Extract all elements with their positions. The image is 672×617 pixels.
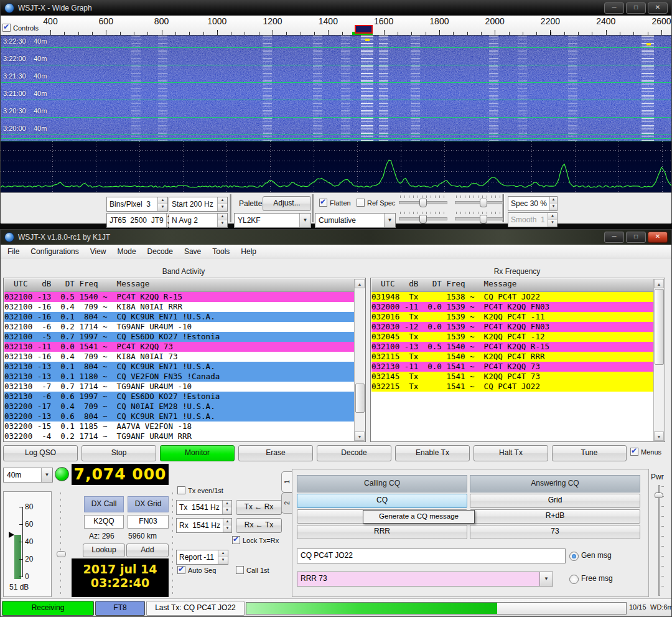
gen-msg-field[interactable]: CQ PC4T JO22 (297, 549, 566, 563)
smooth-spinner[interactable]: Smooth 1▲▼ (508, 212, 558, 227)
monitor-button[interactable]: Monitor (160, 445, 235, 461)
tab-2[interactable]: 2 (281, 492, 292, 514)
decode-row[interactable]: 032130 -7 0.7 1714 ~ TG9ANF UR4UM -10 (4, 382, 355, 392)
minimize-icon[interactable]: ─ (604, 232, 624, 243)
menu-configurations[interactable]: Configurations (25, 245, 84, 258)
decode-row[interactable]: 032100 -16 0.4 709 ~ KI8A N0IAI RRR (4, 302, 355, 312)
rrr-button[interactable]: RRR (297, 525, 467, 539)
flatten-checkbox[interactable]: Flatten (319, 199, 351, 207)
splitter-handle[interactable] (57, 551, 66, 557)
adjust-button[interactable]: Adjust... (263, 196, 311, 211)
display-mode-select[interactable]: Cumulative▼ (315, 213, 396, 228)
band-activity-scrollbar[interactable]: ▲ ▼ (354, 279, 365, 441)
decode-row[interactable]: 032145 Tx 1541 ~ K2QQ PC4T 73 (371, 372, 654, 382)
palette-select[interactable]: YL2KF▼ (234, 213, 311, 228)
menu-help[interactable]: Help (235, 245, 262, 258)
maximize-icon[interactable]: □ (626, 232, 646, 243)
splitter[interactable] (60, 492, 61, 596)
decode-row[interactable]: 032200 -17 0.4 709 ~ CQ N0IAI EM28 !U.S.… (4, 402, 355, 412)
tx-from-rx-button[interactable]: Tx ← Rx (236, 500, 282, 515)
free-msg-combo[interactable]: RRR 73 (297, 572, 546, 586)
pwr-slider[interactable] (654, 485, 664, 596)
waterfall-display[interactable]: 3:22:30 40m3:22:00 40m3:21:30 40m3:21:00… (1, 35, 671, 141)
pwr-slider-handle[interactable] (655, 492, 663, 498)
grid-button[interactable]: Grid (470, 494, 640, 508)
menu-view[interactable]: View (85, 245, 112, 258)
controls-checkbox[interactable]: Controls (2, 24, 39, 32)
decode-row[interactable]: 032000 -11 0.0 1539 ~ PC4T K2QQ FN03 (371, 302, 654, 312)
decode-row[interactable]: 032200 -4 0.2 1714 ~ TG9ANF UR4UM RRR (4, 431, 355, 441)
gen-msg-radio[interactable] (569, 552, 579, 561)
decode-row[interactable]: 032130 -16 0.4 709 ~ KI8A N0IAI 73 (4, 352, 355, 362)
tune-button[interactable]: Tune (552, 445, 627, 461)
decode-row[interactable]: 032100 -16 0.1 804 ~ CQ KC9UR EN71 !U.S.… (4, 312, 355, 322)
spec-percent-spinner[interactable]: Spec 30 %▲▼ (508, 196, 558, 211)
jt65-jt9-split-spinner[interactable]: JT65 2500 JT9▲▼ (106, 213, 168, 228)
log-qso-button[interactable]: Log QSO (3, 445, 78, 461)
decode-row[interactable]: 032130 -13 0.1 804 ~ CQ KC9UR EN71 !U.S.… (4, 362, 355, 372)
close-icon[interactable]: ✕ (648, 2, 668, 14)
seventy-three-button[interactable]: 73 (470, 525, 640, 539)
cq-button[interactable]: CQ (297, 494, 467, 508)
free-msg-radio[interactable] (569, 575, 579, 584)
decode-row[interactable]: 032130 -13 0.1 1180 ~ CQ VE2FON FN35 !Ca… (4, 372, 355, 382)
dx-grid-field[interactable]: FN03 (128, 515, 169, 529)
ref-spec-checkbox[interactable]: Ref Spec (357, 199, 395, 207)
free-msg-dropdown-icon[interactable]: ▼ (539, 572, 553, 586)
zero-slider-1[interactable] (455, 195, 503, 207)
enable-tx-button[interactable]: Enable Tx (395, 445, 470, 461)
maximize-icon[interactable]: □ (626, 2, 646, 14)
decode-button[interactable]: Decode (317, 445, 391, 461)
decode-row[interactable]: 032100 -6 0.2 1714 ~ TG9ANF UR4UM -10 (4, 322, 355, 332)
main-titlebar[interactable]: WSJT-X v1.8.0-rc1 by K1JT ─ □ ✕ (1, 230, 671, 245)
decode-row[interactable]: 032200 -15 0.1 1185 ~ AA7VA VE2FON -18 (4, 422, 355, 431)
dx-call-field[interactable]: K2QQ (84, 515, 124, 529)
decode-row[interactable]: 032115 Tx 1540 ~ K2QQ PC4T RRR (371, 352, 654, 362)
menu-mode[interactable]: Mode (112, 245, 142, 258)
lock-txrx-checkbox[interactable]: Lock Tx=Rx (232, 536, 279, 544)
bins-pixel-spinner[interactable]: Bins/Pixel 3▲▼ (106, 197, 168, 212)
menu-save[interactable]: Save (179, 245, 207, 258)
n-avg-spinner[interactable]: N Avg 2▲▼ (169, 213, 228, 228)
decode-row[interactable]: 032100 -13 0.5 1540 ~ PC4T K2QQ R-15 (371, 342, 654, 352)
auto-seq-checkbox[interactable]: Auto Seq (177, 566, 216, 574)
tx-freq-spinner[interactable]: Tx 1541 Hz▲▼ (176, 500, 232, 515)
decode-row[interactable]: 032215 Tx 1541 ~ CQ PC4T JO22 (371, 382, 654, 392)
start-freq-spinner[interactable]: Start 200 Hz▲▼ (169, 197, 228, 212)
decode-row[interactable]: 032100 -13 0.5 1540 ~ PC4T K2QQ R-15 (4, 292, 355, 302)
gain-slider-1[interactable] (399, 195, 447, 207)
gain-slider-2[interactable] (399, 212, 447, 223)
lookup-button[interactable]: Lookup (83, 544, 125, 557)
decode-row[interactable]: 032045 Tx 1539 ~ K2QQ PC4T -12 (371, 332, 654, 342)
add-button[interactable]: Add (126, 544, 169, 557)
tab-1[interactable]: 1 (281, 471, 292, 492)
menu-tools[interactable]: Tools (207, 245, 235, 258)
close-icon[interactable]: ✕ (648, 232, 668, 243)
tx-even-checkbox[interactable]: Tx even/1st (177, 486, 223, 494)
decode-row[interactable]: 032016 Tx 1539 ~ K2QQ PC4T -11 (371, 312, 654, 322)
decode-row[interactable]: 032200 -13 0.6 804 ~ CQ KC9UR EN71 !U.S.… (4, 412, 355, 422)
spectrum-display[interactable] (1, 141, 671, 192)
report-spinner[interactable]: Report -11▲▼ (176, 550, 228, 565)
erase-button[interactable]: Erase (238, 445, 313, 461)
rx-frequency-scrollbar[interactable]: ▲ ▼ (653, 279, 664, 441)
decode-row[interactable]: 031948 Tx 1538 ~ CQ PC4T JO22 (371, 292, 654, 302)
decode-row[interactable]: 032130 -11 0.0 1541 ~ PC4T K2QQ 73 (4, 342, 355, 352)
menu-decode[interactable]: Decode (142, 245, 179, 258)
splitter[interactable] (172, 492, 173, 596)
zero-slider-2[interactable] (455, 212, 503, 223)
decode-row[interactable]: 032130 -6 0.6 1997 ~ CQ ES6DO KO27 !Esto… (4, 392, 355, 402)
decode-row[interactable]: 032030 -12 0.0 1539 ~ PC4T K2QQ FN03 (371, 322, 654, 332)
menu-file[interactable]: File (2, 245, 25, 258)
minimize-icon[interactable]: ─ (604, 2, 624, 14)
r-db-button[interactable]: R+dB (470, 509, 640, 524)
call-first-checkbox[interactable]: Call 1st (236, 566, 269, 574)
band-select[interactable]: 40m▼ (3, 468, 53, 483)
decode-row[interactable]: 032100 -5 0.7 1997 ~ CQ ES6DO KO27 !Esto… (4, 332, 355, 342)
stop-button[interactable]: Stop (82, 445, 156, 461)
rx-from-tx-button[interactable]: Rx ← Tx (236, 518, 282, 533)
wide-graph-titlebar[interactable]: WSJT-X - Wide Graph ─ □ ✕ (1, 1, 671, 16)
halt-tx-button[interactable]: Halt Tx (474, 445, 548, 461)
decode-row[interactable]: 032130 -11 0.0 1541 ~ PC4T K2QQ 73 (371, 362, 654, 372)
rx-freq-spinner[interactable]: Rx 1541 Hz▲▼ (176, 518, 232, 533)
